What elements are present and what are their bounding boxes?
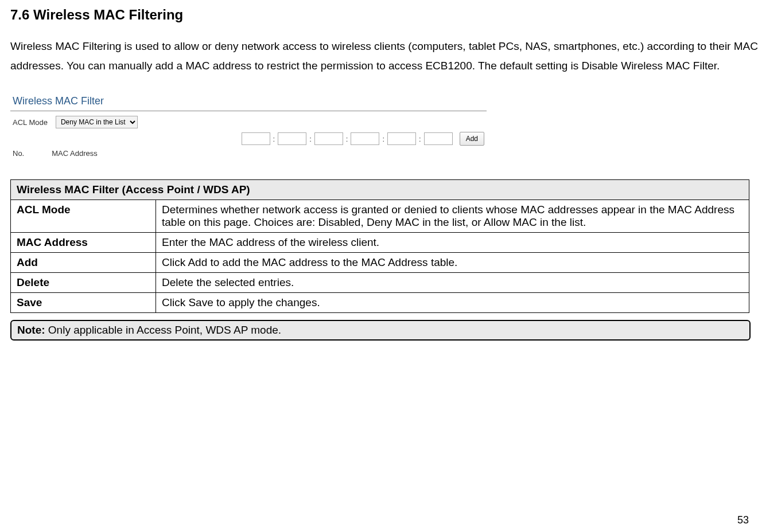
colon-separator: : xyxy=(382,135,385,143)
page-number: 53 xyxy=(737,514,749,526)
param-key: MAC Address xyxy=(11,233,156,253)
colon-separator: : xyxy=(273,135,276,143)
note-box: Note: Only applicable in Access Point, W… xyxy=(10,320,751,341)
colon-separator: : xyxy=(418,135,422,143)
param-desc: Determines whether network access is gra… xyxy=(156,200,749,233)
acl-mode-label: ACL Mode xyxy=(13,118,48,127)
param-desc: Click Save to apply the changes. xyxy=(156,293,749,313)
param-desc: Enter the MAC address of the wireless cl… xyxy=(156,233,749,253)
divider xyxy=(10,111,487,111)
section-heading: 7.6 Wireless MAC Filtering xyxy=(10,7,758,23)
add-button[interactable]: Add xyxy=(460,132,484,146)
colon-separator: : xyxy=(309,135,312,143)
mac-octet-5[interactable] xyxy=(387,132,416,145)
mac-octet-6[interactable] xyxy=(424,132,453,145)
mac-octet-1[interactable] xyxy=(242,132,270,145)
table-row: Save Click Save to apply the changes. xyxy=(11,293,749,313)
param-desc: Delete the selected entries. xyxy=(156,273,749,293)
col-header-no: No. xyxy=(13,149,24,158)
param-key: Add xyxy=(11,253,156,273)
table-row: Delete Delete the selected entries. xyxy=(11,273,749,293)
mac-octet-4[interactable] xyxy=(351,132,379,145)
note-text: Only applicable in Access Point, WDS AP … xyxy=(45,324,282,336)
acl-mode-select[interactable]: Deny MAC in the List xyxy=(56,116,138,128)
col-header-mac: MAC Address xyxy=(52,149,97,158)
table-row: MAC Address Enter the MAC address of the… xyxy=(11,233,749,253)
note-label: Note: xyxy=(17,324,45,336)
table-row: ACL Mode Determines whether network acce… xyxy=(11,200,749,233)
table-header: Wireless MAC Filter (Access Point / WDS … xyxy=(11,180,749,200)
param-key: Delete xyxy=(11,273,156,293)
colon-separator: : xyxy=(345,135,349,143)
param-key: Save xyxy=(11,293,156,313)
parameter-table: Wireless MAC Filter (Access Point / WDS … xyxy=(10,179,749,313)
mac-entry-row: : : : : : Add xyxy=(10,130,487,147)
intro-paragraph: Wireless MAC Filtering is used to allow … xyxy=(10,37,758,76)
table-row: Add Click Add to add the MAC address to … xyxy=(11,253,749,273)
mac-octet-3[interactable] xyxy=(314,132,343,145)
acl-mode-row: ACL Mode Deny MAC in the List xyxy=(10,115,487,130)
mac-octet-2[interactable] xyxy=(278,132,306,145)
screenshot-title: Wireless MAC Filter xyxy=(10,92,487,109)
screenshot-panel: Wireless MAC Filter ACL Mode Deny MAC in… xyxy=(10,92,487,159)
param-desc: Click Add to add the MAC address to the … xyxy=(156,253,749,273)
mac-table-header-row: No. MAC Address xyxy=(10,147,487,159)
param-key: ACL Mode xyxy=(11,200,156,233)
